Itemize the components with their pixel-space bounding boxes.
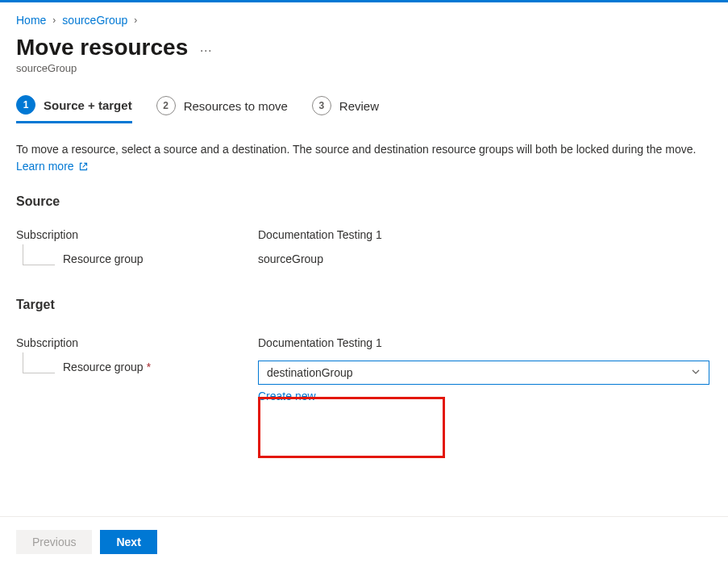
target-rg-label: Resource group* <box>63 361 151 373</box>
footer-actions: Previous Next <box>0 516 728 567</box>
page-subtitle: sourceGroup <box>16 62 712 74</box>
breadcrumb: Home › sourceGroup › <box>16 14 712 27</box>
source-rg-value: sourceGroup <box>258 252 712 265</box>
tab-review[interactable]: 3 Review <box>312 96 379 122</box>
create-new-link[interactable]: Create new <box>258 390 316 402</box>
more-icon[interactable]: … <box>199 40 214 55</box>
tab-label: Review <box>339 99 379 113</box>
wizard-tabs: 1 Source + target 2 Resources to move 3 … <box>16 95 712 123</box>
source-rg-label: Resource group <box>63 252 144 265</box>
tab-resources-to-move[interactable]: 2 Resources to move <box>156 96 288 122</box>
tab-badge: 3 <box>312 96 331 115</box>
tab-badge: 2 <box>156 96 176 115</box>
target-rg-select[interactable]: destinationGroup <box>258 361 709 385</box>
source-subscription-value: Documentation Testing 1 <box>258 228 712 241</box>
tab-badge: 1 <box>16 95 35 115</box>
tab-label: Resources to move <box>184 99 288 113</box>
breadcrumb-source-group[interactable]: sourceGroup <box>62 14 127 27</box>
tab-label: Source + target <box>44 98 132 112</box>
source-heading: Source <box>16 194 712 209</box>
tree-branch-icon <box>23 244 55 265</box>
target-subscription-value: Documentation Testing 1 <box>258 336 712 349</box>
chevron-right-icon: › <box>52 15 56 26</box>
required-indicator: * <box>147 361 151 373</box>
target-subscription-label: Subscription <box>16 336 258 349</box>
source-subscription-label: Subscription <box>16 228 258 241</box>
breadcrumb-home[interactable]: Home <box>16 14 46 27</box>
tree-branch-icon <box>23 352 55 373</box>
target-rg-value: destinationGroup <box>267 366 353 379</box>
intro-text: To move a resource, select a source and … <box>16 141 712 177</box>
learn-more-link[interactable]: Learn more <box>16 160 89 173</box>
tab-source-target[interactable]: 1 Source + target <box>16 95 132 123</box>
chevron-right-icon: › <box>134 15 137 26</box>
external-link-icon <box>78 160 89 177</box>
target-heading: Target <box>16 298 712 312</box>
chevron-down-icon <box>691 366 701 379</box>
page-title: Move resources <box>16 35 188 60</box>
previous-button[interactable]: Previous <box>16 530 92 554</box>
annotation-highlight <box>258 397 445 458</box>
next-button[interactable]: Next <box>100 530 156 554</box>
